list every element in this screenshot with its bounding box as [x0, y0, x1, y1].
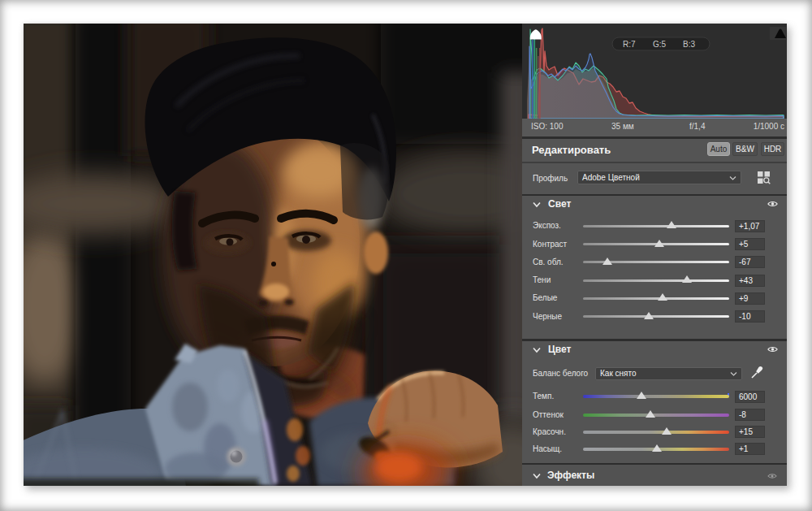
svg-text:B:3: B:3 — [683, 40, 695, 49]
svg-text:G:5: G:5 — [653, 40, 667, 49]
svg-text:R:7: R:7 — [623, 40, 636, 49]
